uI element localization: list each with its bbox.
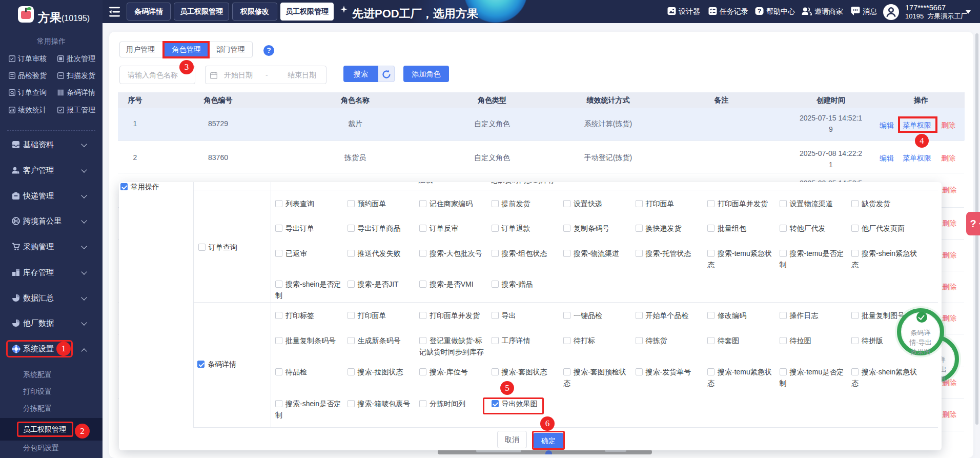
svg-text:?: ? — [758, 8, 762, 15]
